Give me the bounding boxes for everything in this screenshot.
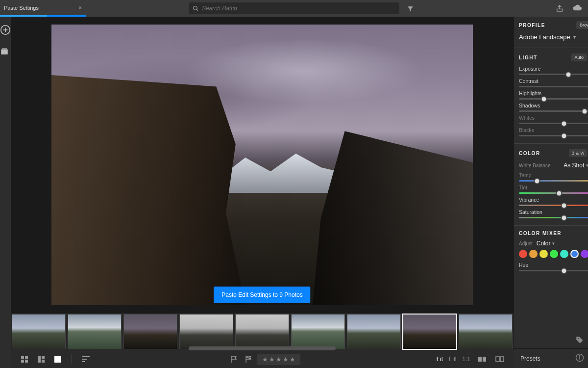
profile-select[interactable]: Adobe Landscape ▾ <box>519 33 588 41</box>
search-icon <box>193 5 199 12</box>
svg-rect-13 <box>42 356 45 359</box>
color-swatch[interactable] <box>560 250 568 258</box>
svg-rect-21 <box>482 356 483 363</box>
before-after-icon[interactable] <box>494 353 506 365</box>
thumbnail[interactable] <box>68 314 122 349</box>
adjust-label: Adjust <box>519 241 533 246</box>
svg-point-37 <box>579 356 580 357</box>
document-tab[interactable]: Paste Settings × <box>0 0 86 17</box>
search-field[interactable] <box>189 2 399 14</box>
bw-button[interactable]: B & W <box>569 149 587 157</box>
slider-track[interactable] <box>519 217 588 218</box>
star-icon[interactable]: ★ <box>276 356 282 363</box>
svg-rect-11 <box>25 360 28 363</box>
svg-rect-10 <box>21 360 24 363</box>
star-icon[interactable]: ★ <box>269 356 275 363</box>
bottom-bar: ★ ★ ★ ★ ★ Fit Fill 1:1 <box>11 350 514 368</box>
star-icon[interactable]: ★ <box>262 356 268 363</box>
slider-track[interactable] <box>519 192 588 194</box>
show-original-icon[interactable] <box>476 353 488 365</box>
color-swatch[interactable] <box>539 250 548 258</box>
hue-slider[interactable] <box>519 270 588 271</box>
thumbnail[interactable] <box>123 314 177 349</box>
slider-label: Contrast <box>519 78 539 84</box>
left-rail <box>0 17 11 368</box>
star-rating[interactable]: ★ ★ ★ ★ ★ <box>257 354 300 365</box>
center-area: Paste Edit Settings to 9 Photos <box>11 17 514 368</box>
svg-rect-9 <box>25 356 28 359</box>
svg-point-34 <box>578 338 579 339</box>
zoom-fill[interactable]: Fill <box>449 356 456 363</box>
svg-rect-23 <box>500 357 504 362</box>
zoom-fit[interactable]: Fit <box>437 356 443 363</box>
slider-track[interactable] <box>519 98 588 100</box>
slider-track[interactable] <box>519 123 588 124</box>
thumbnail[interactable] <box>291 314 345 349</box>
color-swatch[interactable] <box>519 250 527 258</box>
slider-label: Highlights <box>519 90 541 96</box>
chevron-down-icon: ▾ <box>552 241 555 246</box>
presets-label: Presets <box>520 355 540 362</box>
slider-track[interactable] <box>519 205 588 206</box>
cloud-sync-icon[interactable] <box>572 4 582 12</box>
adjust-select[interactable]: Color ▾ <box>537 240 555 247</box>
slider-track[interactable] <box>519 74 588 75</box>
info-icon[interactable] <box>575 353 584 364</box>
share-icon[interactable] <box>556 4 564 12</box>
image-viewer[interactable]: Paste Edit Settings to 9 Photos <box>11 17 514 313</box>
mixer-heading: Color Mixer <box>519 231 562 236</box>
tag-icon[interactable] <box>575 336 584 346</box>
svg-rect-12 <box>38 356 41 363</box>
color-swatch[interactable] <box>550 250 558 258</box>
svg-rect-22 <box>496 357 499 362</box>
thumbnail[interactable] <box>179 314 233 349</box>
filter-icon[interactable] <box>407 5 414 12</box>
slider-track[interactable] <box>519 110 588 112</box>
light-section: Light Auto ▾ Exposure + 0.58 Contrast + … <box>519 53 588 136</box>
color-mixer-section: Color Mixer Adjust Color ▾ Hue0 <box>519 231 588 271</box>
slider-label: Exposure <box>519 66 540 72</box>
filmstrip-scrollbar[interactable] <box>189 346 336 350</box>
flag-pick-icon[interactable] <box>228 353 240 365</box>
star-icon[interactable]: ★ <box>290 356 295 363</box>
library-icon[interactable] <box>0 47 11 58</box>
thumbnail[interactable] <box>347 314 401 349</box>
color-swatch[interactable] <box>581 250 588 258</box>
slider-label: Shadows <box>519 103 540 108</box>
search-input[interactable] <box>199 5 395 12</box>
thumbnail[interactable] <box>459 314 513 349</box>
thumbnail-selected[interactable] <box>403 314 457 349</box>
slider-track[interactable] <box>519 86 588 87</box>
filmstrip[interactable] <box>11 313 514 350</box>
wb-label: White Balance <box>519 163 550 168</box>
wb-select[interactable]: As Shot ▾ <box>564 162 588 169</box>
svg-line-1 <box>196 9 198 11</box>
slider-label: Temp <box>519 172 532 178</box>
star-icon[interactable]: ★ <box>283 356 289 363</box>
color-swatch[interactable] <box>529 250 538 258</box>
tab-title: Paste Settings <box>4 5 39 11</box>
thumbnail[interactable] <box>12 314 66 349</box>
close-icon[interactable]: × <box>78 4 82 11</box>
slider-label: Whites <box>519 115 535 121</box>
flag-reject-icon[interactable] <box>243 353 254 365</box>
auto-button[interactable]: Auto <box>571 53 587 61</box>
color-swatch[interactable] <box>570 250 579 258</box>
color-section: Color B & W ▾ White Balance As Shot ▾ <box>519 149 588 218</box>
svg-rect-7 <box>2 48 7 49</box>
slider-label: Vibrance <box>519 197 539 203</box>
browse-profiles-button[interactable]: Browse <box>576 21 588 29</box>
compare-view-icon[interactable] <box>35 353 47 365</box>
add-photos-icon[interactable] <box>0 25 11 35</box>
grid-view-icon[interactable] <box>19 353 30 365</box>
thumbnail[interactable] <box>235 314 289 349</box>
detail-view-icon[interactable] <box>52 353 64 365</box>
svg-rect-8 <box>21 356 24 359</box>
sort-icon[interactable] <box>80 353 92 365</box>
slider-track[interactable] <box>519 135 588 136</box>
zoom-1to1[interactable]: 1:1 <box>462 356 470 363</box>
profile-value: Adobe Landscape <box>519 33 570 41</box>
hue-label: Hue <box>519 262 528 268</box>
slider-track[interactable] <box>519 180 588 182</box>
svg-rect-6 <box>1 50 8 55</box>
